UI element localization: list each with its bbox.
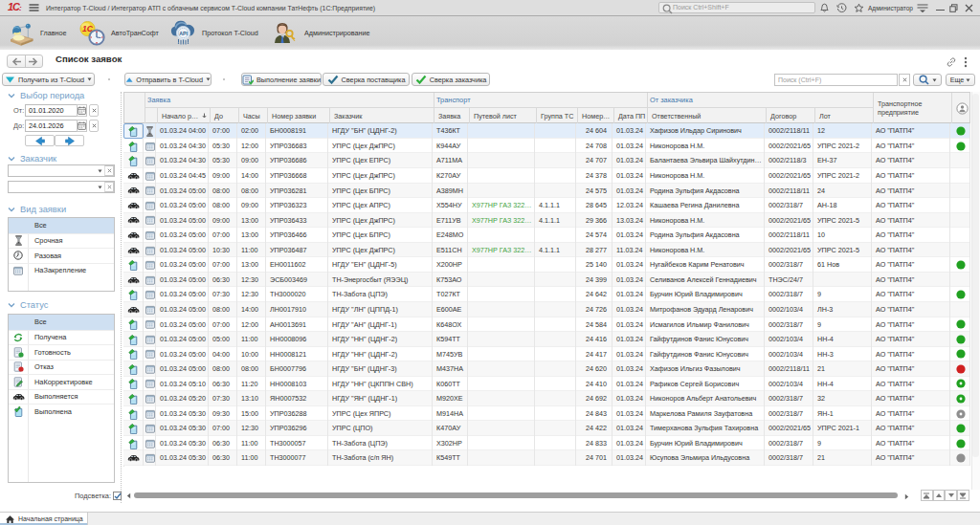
svg-text:API: API — [179, 31, 188, 36]
